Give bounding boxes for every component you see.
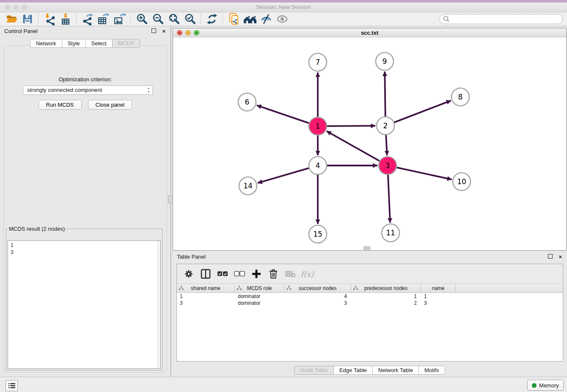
table-cell[interactable]: 1 — [421, 293, 456, 300]
node-7[interactable]: 7 — [309, 53, 327, 71]
import-network-button[interactable] — [41, 13, 58, 25]
table-cell[interactable]: dominator — [235, 300, 284, 306]
table-cell[interactable]: 4 — [284, 293, 351, 300]
node-4[interactable]: 4 — [309, 157, 327, 174]
column-header-successor-nodes[interactable]: successor nodes — [284, 284, 351, 293]
node-2[interactable]: 2 — [377, 117, 394, 135]
show-all-button[interactable] — [274, 13, 290, 25]
close-window-icon[interactable] — [5, 5, 10, 10]
hide-selected-button[interactable] — [258, 13, 274, 25]
node-label-14: 14 — [243, 182, 253, 190]
minimize-window-icon[interactable] — [14, 5, 19, 10]
export-image-button[interactable] — [112, 13, 128, 25]
node-10[interactable]: 10 — [453, 173, 471, 190]
deselect-all-rows-button[interactable] — [232, 267, 247, 281]
node-3[interactable]: 3 — [379, 157, 396, 174]
zoom-selected-button[interactable] — [182, 13, 198, 25]
node-6[interactable]: 6 — [238, 93, 256, 111]
tab-edge-table[interactable]: Edge Table — [333, 366, 373, 375]
tab-network[interactable]: Network — [30, 39, 62, 48]
add-column-button[interactable] — [249, 267, 264, 281]
tab-network-table[interactable]: Network Table — [372, 366, 419, 375]
export-table-button[interactable] — [96, 13, 112, 25]
edge-2-9[interactable] — [385, 72, 385, 116]
node-14[interactable]: 14 — [239, 177, 257, 195]
control-panel-tabs: NetworkStyleSelectMCDS — [0, 39, 171, 48]
float-panel-icon[interactable] — [151, 28, 156, 35]
edge-2-8[interactable] — [394, 101, 451, 123]
table-cell[interactable]: 3 — [284, 300, 351, 306]
node-11[interactable]: 11 — [382, 224, 399, 242]
table-cell[interactable]: 1 — [351, 293, 421, 300]
select-all-rows-button[interactable] — [215, 267, 230, 281]
delete-table-button[interactable] — [283, 267, 298, 281]
table-cell[interactable]: 2 — [351, 300, 421, 306]
zoom-in-button[interactable] — [134, 13, 150, 25]
table-settings-button[interactable] — [181, 267, 196, 281]
trash-icon — [269, 269, 278, 279]
open-session-button[interactable] — [3, 13, 19, 25]
node-label-15: 15 — [313, 230, 322, 238]
table-row[interactable]: 1dominator411 — [177, 293, 563, 300]
tab-node-table[interactable]: Node Table — [294, 366, 334, 375]
tab-mcds[interactable]: MCDS — [112, 39, 140, 48]
first-neighbors-button[interactable] — [242, 13, 258, 25]
tab-style[interactable]: Style — [62, 39, 86, 48]
memory-button[interactable]: Memory — [527, 380, 564, 391]
table-cell[interactable]: 3 — [177, 300, 235, 306]
search-input[interactable] — [452, 15, 562, 23]
float-table-panel-icon[interactable] — [548, 254, 553, 260]
task-history-button[interactable] — [6, 380, 18, 391]
edge-3-1[interactable] — [327, 131, 380, 161]
column-header-shared-name[interactable]: shared name — [177, 284, 235, 293]
network-close-icon[interactable]: × — [177, 30, 182, 36]
zoom-fit-button[interactable] — [166, 13, 182, 25]
optimization-select[interactable]: strongly connected component ▲▼ — [23, 86, 153, 95]
edge-4-14[interactable] — [258, 168, 309, 183]
table-cell[interactable]: 1 — [177, 293, 235, 300]
zoom-window-icon[interactable] — [22, 5, 27, 10]
edge-3-11[interactable] — [388, 175, 390, 223]
column-header-MCDS-role[interactable]: MCDS role — [235, 284, 284, 293]
search-field[interactable] — [439, 14, 563, 24]
delete-column-button[interactable] — [266, 267, 281, 281]
tab-select[interactable]: Select — [85, 39, 113, 48]
column-header-predecessor-nodes[interactable]: predecessor nodes — [351, 284, 421, 293]
node-1[interactable]: 1 — [309, 117, 327, 135]
network-graph[interactable]: 7968124314101511 — [173, 38, 566, 250]
network-title: scc.txt — [173, 28, 566, 38]
edge-1-6[interactable] — [257, 105, 309, 123]
edge-2-3[interactable] — [386, 135, 387, 155]
edge-3-10[interactable] — [396, 168, 451, 179]
zoom-out-button[interactable] — [150, 13, 166, 25]
export-network-button[interactable] — [80, 13, 96, 25]
table-cell[interactable]: dominator — [235, 293, 284, 300]
network-canvas[interactable]: 7968124314101511 — [173, 38, 566, 250]
app-titlebar: Session: New Session — [0, 3, 567, 12]
close-panel-button[interactable]: Close panel — [88, 100, 132, 110]
main-toolbar — [0, 12, 567, 26]
clone-network-button[interactable] — [226, 13, 242, 25]
canvas-scrollbar-handle[interactable] — [363, 246, 370, 250]
edge-1-2[interactable] — [327, 126, 375, 126]
table-cell[interactable]: 3 — [421, 300, 456, 306]
close-table-panel-icon[interactable]: × — [559, 254, 562, 260]
columns-icon — [201, 269, 211, 279]
apply-layout-button[interactable] — [204, 13, 220, 25]
function-builder-button[interactable]: f(x) — [300, 267, 315, 281]
save-session-button[interactable] — [19, 13, 36, 25]
network-maximize-icon[interactable]: + — [194, 30, 199, 36]
node-9[interactable]: 9 — [376, 52, 394, 70]
run-mcds-button[interactable]: Run MCDS — [39, 100, 82, 110]
column-header-name[interactable]: name — [421, 284, 456, 293]
tab-motifs[interactable]: Motifs — [418, 366, 445, 375]
node-8[interactable]: 8 — [451, 88, 469, 106]
result-scrollbar[interactable] — [157, 241, 160, 368]
close-panel-icon[interactable]: × — [162, 28, 165, 35]
table-row[interactable]: 3dominator323 — [177, 300, 563, 306]
node-15[interactable]: 15 — [309, 225, 327, 243]
mcds-result-text[interactable]: 1 3 — [8, 240, 161, 369]
import-table-button[interactable] — [58, 13, 74, 25]
select-columns-button[interactable] — [198, 267, 213, 281]
network-minimize-icon[interactable]: − — [185, 30, 191, 36]
